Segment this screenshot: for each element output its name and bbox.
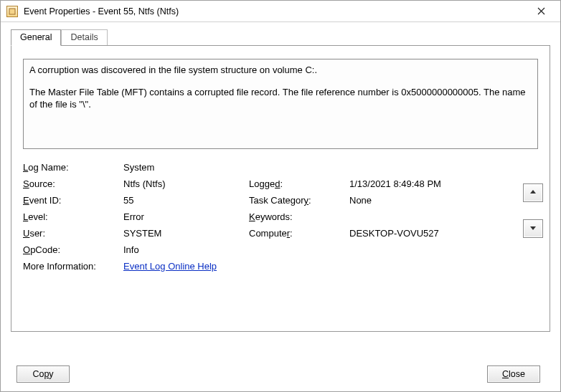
window-title: Event Properties - Event 55, Ntfs (Ntfs) — [24, 6, 527, 16]
description-textbox[interactable]: A corruption was discovered in the file … — [23, 59, 538, 149]
value-user: SYSTEM — [123, 228, 249, 239]
arrow-up-icon — [529, 188, 537, 198]
value-logged: 1/13/2021 8:49:48 PM — [349, 178, 493, 189]
label-opcode: OpCode: — [23, 244, 123, 255]
prev-event-button[interactable] — [523, 183, 543, 202]
value-opcode: Info — [123, 244, 493, 255]
value-keywords — [349, 211, 493, 222]
tab-details[interactable]: Details — [61, 29, 107, 46]
label-source: Source: — [23, 178, 123, 189]
tab-general[interactable]: General — [11, 29, 61, 46]
nav-buttons — [523, 183, 543, 238]
value-task-category: None — [349, 195, 493, 206]
label-keywords: Keywords: — [249, 211, 349, 222]
value-log-name: System — [123, 162, 493, 173]
svg-rect-0 — [9, 9, 15, 14]
blank-line — [29, 77, 532, 86]
value-level: Error — [123, 211, 249, 222]
window-frame: Event Properties - Event 55, Ntfs (Ntfs)… — [0, 0, 561, 392]
value-event-id: 55 — [123, 195, 249, 206]
link-online-help[interactable]: Event Log Online Help — [123, 261, 217, 272]
fields-grid: Log Name: System Source: Ntfs (Ntfs) Log… — [23, 162, 538, 272]
client-area: General Details A corruption was discove… — [1, 22, 560, 357]
tabstrip: General Details — [11, 29, 550, 46]
label-logged: Logged: — [249, 178, 349, 189]
label-log-name: Log Name: — [23, 162, 123, 173]
value-computer: DESKTOP-VOVU527 — [349, 228, 493, 239]
titlebar: Event Properties - Event 55, Ntfs (Ntfs) — [1, 1, 560, 22]
copy-button[interactable]: Copy — [16, 365, 70, 383]
close-button[interactable]: Close — [487, 365, 540, 383]
description-line: A corruption was discovered in the file … — [29, 64, 532, 77]
label-user: User: — [23, 228, 123, 239]
app-icon — [6, 6, 18, 17]
description-line: The Master File Table (MFT) contains a c… — [29, 86, 532, 111]
label-task-category: Task Category: — [249, 195, 349, 206]
arrow-down-icon — [529, 224, 537, 234]
value-source: Ntfs (Ntfs) — [123, 178, 249, 189]
tab-panel-general: A corruption was discovered in the file … — [11, 45, 550, 332]
bottom-bar: Copy Close — [1, 357, 560, 391]
label-more-info: More Information: — [23, 261, 123, 272]
next-event-button[interactable] — [523, 219, 543, 238]
label-level: Level: — [23, 211, 123, 222]
close-icon[interactable] — [527, 2, 555, 21]
label-event-id: Event ID: — [23, 195, 123, 206]
label-computer: Computer: — [249, 228, 349, 239]
